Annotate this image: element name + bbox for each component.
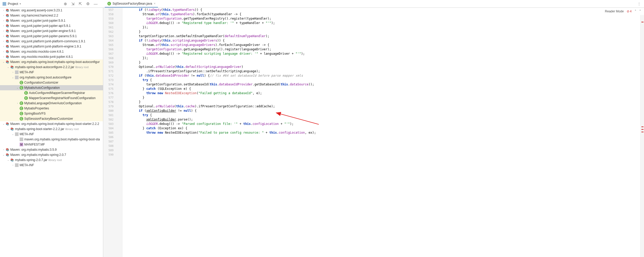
- expand-all-icon[interactable]: ⇲: [71, 2, 75, 6]
- tree-arrow-icon[interactable]: ⌄: [2, 61, 6, 63]
- tree-row[interactable]: ⌄mybatis-spring-2.0.7.jarlibrary root: [0, 157, 103, 163]
- tree-arrow-icon[interactable]: ⌄: [15, 86, 20, 89]
- tree-arrow-icon[interactable]: ⌄: [6, 128, 10, 130]
- code-line[interactable]: try {: [124, 113, 640, 117]
- code-line[interactable]: LOGGER.debug(() -> "Parsed configuration…: [124, 122, 640, 126]
- code-line[interactable]: } catch (Exception ex) {: [124, 126, 640, 131]
- tree-row[interactable]: CMapperScannerRegistrarNotFoundConfigura…: [0, 95, 103, 101]
- tree-arrow-icon[interactable]: ⌄: [6, 66, 10, 68]
- code-line[interactable]: try {: [124, 78, 640, 82]
- code-line[interactable]: Stream.of(this.typeHandlers).forEach(typ…: [124, 12, 640, 17]
- tree-arrow-icon[interactable]: ⌄: [11, 133, 15, 135]
- tree-arrow-icon[interactable]: ›: [2, 40, 6, 43]
- code-line[interactable]: }: [124, 30, 640, 34]
- error-badge[interactable]: ⊘ 4: [627, 10, 632, 13]
- code-line[interactable]: throw new NestedIOException("Failed gett…: [124, 91, 640, 95]
- tab-more-icon[interactable]: ⋮: [637, 2, 644, 6]
- code-line[interactable]: targetConfiguration.setDefaultEnumTypeHa…: [124, 34, 640, 38]
- tree-arrow-icon[interactable]: ›: [2, 30, 6, 32]
- file-tab[interactable]: C SqlSessionFactoryBean.java ×: [105, 0, 158, 7]
- tree-arrow-icon[interactable]: ›: [2, 148, 6, 151]
- code-line[interactable]: if (!isEmpty(this.scriptingLanguageDrive…: [124, 38, 640, 43]
- code-line[interactable]: if (this.databaseIdProvider != null) {//…: [124, 74, 640, 78]
- close-icon[interactable]: ×: [154, 2, 155, 5]
- tree-row[interactable]: CAutoConfiguredMapperScannerRegistrar: [0, 90, 103, 95]
- tree-row[interactable]: ⌄mybatis-spring-boot-starter-2.2.2.jarli…: [0, 126, 103, 132]
- tree-row-selected[interactable]: ⌄CMybatisAutoConfiguration: [0, 85, 103, 90]
- chevron-up-icon[interactable]: ˄: [635, 10, 636, 13]
- tree-row[interactable]: ›Maven: org.junit.platform:junit-platfor…: [0, 44, 103, 49]
- code-line[interactable]: if (xmlConfigBuilder != null) {: [124, 109, 640, 113]
- code-view[interactable]: if (!isEmpty(this.typeHandlers)) { Strea…: [122, 8, 640, 257]
- code-line[interactable]: }: [124, 60, 640, 65]
- tree-arrow-icon[interactable]: ›: [11, 71, 15, 74]
- tree-row[interactable]: CMybatisProperties: [0, 106, 103, 111]
- code-line[interactable]: Stream.of(this.scriptingLanguageDrivers)…: [124, 43, 640, 47]
- chevron-down-icon[interactable]: ˅: [639, 10, 641, 13]
- tree-row[interactable]: ›META-INF: [0, 163, 103, 168]
- code-line[interactable]: targetConfiguration.getTypeHandlerRegist…: [124, 17, 640, 21]
- tree-arrow-icon[interactable]: ›: [2, 45, 6, 48]
- code-line[interactable]: }: [124, 95, 640, 100]
- code-line[interactable]: if (!isEmpty(this.typeHandlers)) {: [124, 8, 640, 12]
- code-line[interactable]: }: [124, 100, 640, 104]
- code-line[interactable]: throw new NestedIOException("Failed to p…: [124, 131, 640, 135]
- code-line[interactable]: });: [124, 56, 640, 60]
- code-line[interactable]: xmlConfigBuilder.parse();: [124, 117, 640, 122]
- chevron-down-icon[interactable]: ▾: [20, 2, 21, 5]
- tree-arrow-icon[interactable]: ⌄: [6, 159, 10, 161]
- tree-row[interactable]: ›Maven: org.hamcrest:hamcrest:2.2: [0, 13, 103, 18]
- tree-arrow-icon[interactable]: ›: [2, 19, 6, 22]
- tree-row[interactable]: ›CMybatisLanguageDriverAutoConfiguration: [0, 101, 103, 106]
- tree-row[interactable]: ⌄META-INF: [0, 132, 103, 137]
- tree-row[interactable]: CSpringBootVFS: [0, 111, 103, 116]
- tree-row[interactable]: ›Maven: org.junit.platform:junit-platfor…: [0, 39, 103, 44]
- fold-column[interactable]: [116, 8, 122, 257]
- minimize-icon[interactable]: —: [94, 2, 98, 6]
- tree-row[interactable]: ›Maven: org.assertj:assertj-core:3.23.1: [0, 8, 103, 13]
- reader-mode-label[interactable]: Reader Mode: [605, 10, 624, 13]
- tree-arrow-icon[interactable]: ›: [2, 14, 6, 17]
- code-line[interactable]: .ifPresent(targetConfiguration::setDefau…: [124, 69, 640, 74]
- tree-arrow-icon[interactable]: ›: [2, 25, 6, 27]
- collapse-all-icon[interactable]: ⇱: [79, 2, 82, 6]
- tree-row[interactable]: ›Maven: org.junit.jupiter:junit-jupiter-…: [0, 34, 103, 39]
- tree-arrow-icon[interactable]: ⌄: [11, 76, 15, 79]
- tree-row[interactable]: ›Maven: org.mockito:mockito-core:4.8.1: [0, 49, 103, 54]
- code-line[interactable]: Optional.ofNullable(this.defaultScriptin…: [124, 65, 640, 69]
- tree-row[interactable]: ›Maven: org.junit.jupiter:junit-jupiter-…: [0, 23, 103, 28]
- tree-row[interactable]: ⌄org.mybatis.spring.boot.autoconfigure: [0, 75, 103, 80]
- tree-row[interactable]: ›META-INF: [0, 70, 103, 75]
- tree-row[interactable]: CSqlSessionFactoryBeanCustomizer: [0, 116, 103, 121]
- tree-row[interactable]: CConfigurationCustomizer: [0, 80, 103, 85]
- tree-row[interactable]: ⌄Maven: org.mybatis:mybatis-spring:2.0.7: [0, 152, 103, 157]
- code-line[interactable]: targetConfiguration.setDatabaseId(this.d…: [124, 82, 640, 87]
- tree-arrow-icon[interactable]: ›: [2, 50, 6, 53]
- tree-arrow-icon[interactable]: ›: [2, 55, 6, 58]
- gear-icon[interactable]: ⚙: [86, 2, 90, 6]
- code-line[interactable]: } catch (SQLException e) {: [124, 87, 640, 91]
- target-icon[interactable]: ⊕: [64, 2, 67, 6]
- tree-row[interactable]: MMANIFEST.MF: [0, 142, 103, 147]
- tree-row[interactable]: maven.org.mybatis.spring.boot.mybatis-sp…: [0, 137, 103, 142]
- code-line[interactable]: Optional.ofNullable(this.cache).ifPresen…: [124, 104, 640, 109]
- tree-arrow-icon[interactable]: ⌄: [2, 123, 6, 125]
- tree-row[interactable]: ›Maven: org.mybatis:mybatis:3.5.9: [0, 147, 103, 152]
- tree-row[interactable]: ›Maven: org.junit.jupiter:junit-jupiter-…: [0, 28, 103, 34]
- project-tree[interactable]: ›Maven: org.assertj:assertj-core:3.23.1›…: [0, 8, 103, 257]
- code-line[interactable]: LOGGER.debug(() -> "Registered scripting…: [124, 52, 640, 56]
- tree-arrow-icon[interactable]: ›: [2, 35, 6, 37]
- tree-row[interactable]: ⌄Maven: org.mybatis.spring.boot:mybatis-…: [0, 121, 103, 126]
- tree-row[interactable]: ›Maven: org.mockito:mockito-junit-jupite…: [0, 54, 103, 59]
- code-line[interactable]: LOGGER.debug(() -> "Registered type hand…: [124, 21, 640, 25]
- tree-arrow-icon[interactable]: ⌄: [2, 154, 6, 156]
- tree-row[interactable]: ⌄Maven: org.mybatis.spring.boot:mybatis-…: [0, 59, 103, 65]
- tree-row[interactable]: ›Maven: org.junit.jupiter:junit-jupiter:…: [0, 18, 103, 23]
- code-line[interactable]: });: [124, 25, 640, 30]
- tree-arrow-icon[interactable]: ›: [15, 102, 20, 105]
- tree-row[interactable]: ⌄mybatis-spring-boot-autoconfigure-2.2.2…: [0, 65, 103, 70]
- project-tool-header[interactable]: Project ▾ ⊕ ⇲ ⇱ ⚙ —: [0, 0, 103, 7]
- tree-arrow-icon[interactable]: ›: [11, 164, 15, 166]
- tree-arrow-icon[interactable]: ›: [2, 9, 6, 12]
- error-stripe[interactable]: [640, 8, 644, 257]
